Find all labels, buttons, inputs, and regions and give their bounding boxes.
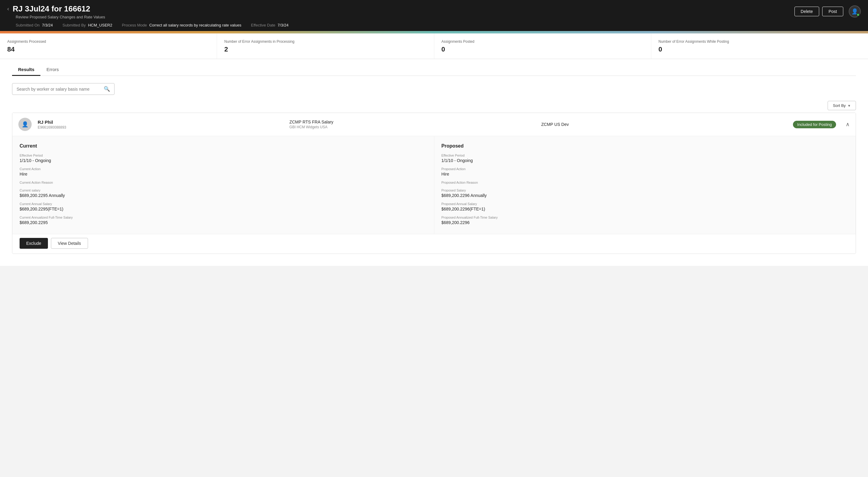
effective-date-label: Effective Date bbox=[251, 23, 276, 27]
current-heading: Current bbox=[20, 143, 427, 149]
stat-assignments-posted: Assignments Posted 0 bbox=[434, 31, 651, 59]
proposed-action-label: Proposed Action bbox=[441, 167, 849, 171]
current-full-time-salary-value: $689,200.2295 bbox=[20, 220, 427, 225]
sort-by-label: Sort By bbox=[833, 103, 846, 108]
proposed-annual-salary-value: $689,200.2296(FTE=1) bbox=[441, 207, 849, 211]
current-action-reason-label: Current Action Reason bbox=[20, 181, 427, 184]
top-bar-left: ‹ RJ 3Jul24 for 166612 Review Proposed S… bbox=[7, 4, 288, 27]
proposed-action-reason-label: Proposed Action Reason bbox=[441, 181, 849, 184]
chevron-down-icon: ▼ bbox=[847, 104, 851, 107]
current-effective-period-label: Effective Period bbox=[20, 154, 427, 157]
worker-avatar-icon: 👤 bbox=[22, 121, 28, 128]
worker-name: RJ Phil bbox=[38, 120, 283, 125]
exclude-button[interactable]: Exclude bbox=[20, 238, 48, 249]
main-content: Results Errors 🔍 Sort By ▼ 👤 RJ Phil E96… bbox=[0, 59, 868, 266]
worker-id: E9661690088893 bbox=[38, 125, 283, 130]
proposed-action-reason: Proposed Action Reason bbox=[441, 181, 849, 184]
current-annual-salary-value: $689,200.2295(FTE=1) bbox=[20, 207, 427, 211]
meta-submitted-by: Submitted By HCM_USER2 bbox=[62, 23, 112, 27]
stat-error-posting: Number of Error Assignments While Postin… bbox=[651, 31, 868, 59]
current-annual-salary: Current Annual Salary $689,200.2295(FTE=… bbox=[20, 202, 427, 211]
proposed-full-time-salary: Proposed Annualized Full-Time Salary $68… bbox=[441, 216, 849, 225]
submitted-on-label: Submitted On bbox=[16, 23, 40, 27]
proposed-action-value: Hire bbox=[441, 172, 849, 176]
proposed-annual-salary: Proposed Annual Salary $689,200.2296(FTE… bbox=[441, 202, 849, 211]
proposed-salary-value: $689,200.2296 Annually bbox=[441, 193, 849, 198]
proposed-effective-period-label: Effective Period bbox=[441, 154, 849, 157]
process-mode-label: Process Mode bbox=[122, 23, 147, 27]
salary-info: ZCMP RTS FRA Salary GBI HCM Widgets USA bbox=[289, 120, 535, 129]
effective-date-value: 7/3/24 bbox=[278, 23, 288, 27]
top-bar: ‹ RJ 3Jul24 for 166612 Review Proposed S… bbox=[0, 0, 868, 31]
current-effective-period: Effective Period 1/1/10 - Ongoing bbox=[20, 154, 427, 163]
avatar[interactable]: 👤 bbox=[849, 5, 861, 18]
stat-error-processing-label: Number of Error Assignments in Processin… bbox=[224, 39, 427, 44]
stat-assignments-processed: Assignments Processed 84 bbox=[0, 31, 217, 59]
collapse-button[interactable]: ∧ bbox=[846, 121, 849, 128]
stat-assignments-posted-value: 0 bbox=[441, 45, 644, 53]
salary-name: ZCMP RTS FRA Salary bbox=[289, 120, 535, 124]
stat-assignments-processed-value: 84 bbox=[7, 45, 210, 53]
back-arrow[interactable]: ‹ bbox=[7, 6, 9, 12]
current-salary-label: Current salary bbox=[20, 189, 427, 192]
tab-results[interactable]: Results bbox=[12, 64, 40, 76]
card-details: Current Effective Period 1/1/10 - Ongoin… bbox=[12, 136, 856, 234]
proposed-full-time-salary-label: Proposed Annualized Full-Time Salary bbox=[441, 216, 849, 219]
submitted-by-value: HCM_USER2 bbox=[88, 23, 112, 27]
current-annual-salary-label: Current Annual Salary bbox=[20, 202, 427, 206]
stat-error-posting-value: 0 bbox=[658, 45, 861, 53]
proposed-effective-period: Effective Period 1/1/10 - Ongoing bbox=[441, 154, 849, 163]
stat-error-processing: Number of Error Assignments in Processin… bbox=[217, 31, 434, 59]
delete-button[interactable]: Delete bbox=[795, 7, 819, 16]
process-mode-value: Correct all salary records by recalculat… bbox=[149, 23, 241, 27]
current-action-reason: Current Action Reason bbox=[20, 181, 427, 184]
worker-avatar: 👤 bbox=[19, 118, 32, 131]
search-row: 🔍 bbox=[12, 83, 856, 95]
tabs: Results Errors bbox=[12, 59, 856, 76]
org-info: ZCMP US Dev bbox=[541, 122, 787, 127]
sort-row: Sort By ▼ bbox=[12, 101, 856, 110]
stat-assignments-posted-label: Assignments Posted bbox=[441, 39, 644, 44]
stats-banner-bg bbox=[0, 31, 868, 33]
proposed-action: Proposed Action Hire bbox=[441, 167, 849, 176]
proposed-effective-period-value: 1/1/10 - Ongoing bbox=[441, 158, 849, 163]
salary-org: GBI HCM Widgets USA bbox=[289, 125, 535, 129]
card-header: 👤 RJ Phil E9661690088893 ZCMP RTS FRA Sa… bbox=[12, 113, 856, 136]
current-salary-value: $689,200.2295 Annually bbox=[20, 193, 427, 198]
search-input[interactable] bbox=[17, 87, 102, 92]
search-icon[interactable]: 🔍 bbox=[104, 86, 110, 92]
proposed-heading: Proposed bbox=[441, 143, 849, 149]
submitted-by-label: Submitted By bbox=[62, 23, 86, 27]
meta-row: Submitted On 7/3/24 Submitted By HCM_USE… bbox=[16, 23, 288, 27]
current-effective-period-value: 1/1/10 - Ongoing bbox=[20, 158, 427, 163]
online-indicator bbox=[856, 13, 860, 16]
stat-assignments-processed-label: Assignments Processed bbox=[7, 39, 210, 44]
sort-by-button[interactable]: Sort By ▼ bbox=[828, 101, 856, 110]
proposed-column: Proposed Effective Period 1/1/10 - Ongoi… bbox=[434, 136, 856, 234]
current-salary: Current salary $689,200.2295 Annually bbox=[20, 189, 427, 198]
meta-submitted-on: Submitted On 7/3/24 bbox=[16, 23, 53, 27]
submitted-on-value: 7/3/24 bbox=[42, 23, 53, 27]
top-bar-actions: Delete Post 👤 bbox=[795, 5, 861, 18]
meta-effective-date: Effective Date 7/3/24 bbox=[251, 23, 288, 27]
proposed-salary: Proposed Salary $689,200.2296 Annually bbox=[441, 189, 849, 198]
worker-info: RJ Phil E9661690088893 bbox=[38, 120, 283, 130]
card-footer: Exclude View Details bbox=[12, 234, 856, 253]
stat-error-posting-label: Number of Error Assignments While Postin… bbox=[658, 39, 861, 44]
title-row: ‹ RJ 3Jul24 for 166612 bbox=[7, 4, 288, 13]
proposed-salary-label: Proposed Salary bbox=[441, 189, 849, 192]
search-box[interactable]: 🔍 bbox=[12, 83, 115, 95]
view-details-button[interactable]: View Details bbox=[51, 238, 88, 249]
proposed-annual-salary-label: Proposed Annual Salary bbox=[441, 202, 849, 206]
page-subtitle: Review Proposed Salary Changes and Rate … bbox=[16, 15, 288, 19]
page-title: RJ 3Jul24 for 166612 bbox=[13, 4, 90, 13]
current-action: Current Action Hire bbox=[20, 167, 427, 176]
tab-errors[interactable]: Errors bbox=[40, 64, 65, 76]
post-button[interactable]: Post bbox=[822, 7, 843, 16]
current-action-label: Current Action bbox=[20, 167, 427, 171]
current-column: Current Effective Period 1/1/10 - Ongoin… bbox=[12, 136, 434, 234]
current-action-value: Hire bbox=[20, 172, 427, 176]
stat-error-processing-value: 2 bbox=[224, 45, 427, 53]
included-for-posting-badge: Included for Posting bbox=[793, 121, 836, 128]
proposed-full-time-salary-value: $689,200.2296 bbox=[441, 220, 849, 225]
